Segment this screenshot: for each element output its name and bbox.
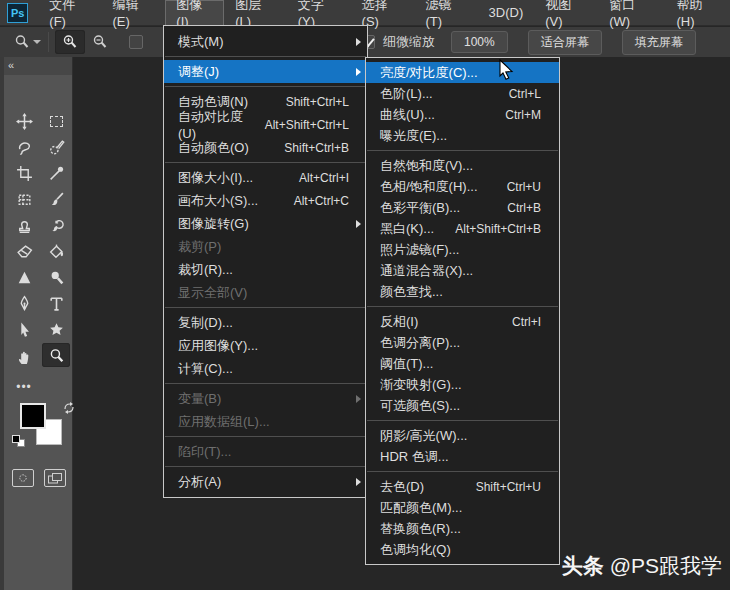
zoom-out-button[interactable] [85, 30, 115, 54]
submenu-item-exposure[interactable]: 曝光度(E)... [366, 125, 559, 146]
menu-separator [367, 471, 558, 472]
menu-item-image-rotation[interactable]: 图像旋转(G) [164, 212, 367, 235]
submenu-item-match-color[interactable]: 匹配颜色(M)... [366, 497, 559, 518]
menu-item-label: HDR 色调... [380, 448, 449, 466]
menubar-item-file[interactable]: 文件(F) [38, 0, 101, 26]
path-selection-tool[interactable] [10, 317, 38, 341]
menubar-item-edit[interactable]: 编辑(E) [101, 0, 165, 26]
menubar-item-layer[interactable]: 图层(L) [224, 0, 286, 26]
custom-shape-tool[interactable] [42, 317, 70, 341]
menu-item-label: 图像大小(I)... [178, 169, 253, 187]
dodge-tool[interactable] [42, 265, 70, 289]
quick-selection-tool[interactable] [42, 135, 70, 159]
zoom-in-button[interactable] [55, 30, 85, 54]
watermark-bold: 头条 [562, 554, 604, 577]
menu-item-label: 裁剪(P) [178, 238, 221, 256]
submenu-item-levels[interactable]: 色阶(L)...Ctrl+L [366, 83, 559, 104]
submenu-item-gradient-map[interactable]: 渐变映射(G)... [366, 374, 559, 395]
submenu-item-posterize[interactable]: 色调分离(P)... [366, 332, 559, 353]
submenu-item-replace-color[interactable]: 替换颜色(R)... [366, 518, 559, 539]
submenu-item-color-balance[interactable]: 色彩平衡(B)...Ctrl+B [366, 197, 559, 218]
menu-item-canvas-size[interactable]: 画布大小(S)...Alt+Ctrl+C [164, 189, 367, 212]
submenu-item-curves[interactable]: 曲线(U)...Ctrl+M [366, 104, 559, 125]
eyedropper-tool[interactable] [42, 161, 70, 185]
default-colors-button[interactable] [12, 435, 27, 448]
clone-stamp-tool[interactable] [10, 213, 38, 237]
menu-item-label: 色调分离(P)... [380, 334, 460, 352]
menu-item-shortcut: Alt+Ctrl+C [284, 194, 349, 208]
submenu-item-hdr-toning[interactable]: HDR 色调... [366, 446, 559, 467]
fit-screen-button[interactable]: 适合屏幕 [528, 30, 602, 55]
menubar-item-type[interactable]: 文字(Y) [287, 0, 351, 26]
menu-item-shortcut: Ctrl+U [497, 180, 541, 194]
screen-mode-button[interactable] [44, 469, 66, 487]
menu-separator [165, 86, 366, 87]
menu-item-label: 渐变映射(G)... [380, 376, 462, 394]
menubar-item-window[interactable]: 窗口(W) [598, 0, 665, 26]
menubar-item-image[interactable]: 图像(I) [165, 0, 224, 26]
menu-item-variables: 变量(B) [164, 387, 367, 410]
submenu-item-color-lookup[interactable]: 颜色查找... [366, 281, 559, 302]
actual-pixels-button[interactable]: 100% [451, 31, 508, 53]
foreground-color-swatch[interactable] [20, 403, 46, 429]
submenu-item-selective-color[interactable]: 可选颜色(S)... [366, 395, 559, 416]
menubar-item-help[interactable]: 帮助(H) [665, 0, 730, 26]
submenu-item-vibrance[interactable]: 自然饱和度(V)... [366, 155, 559, 176]
menu-item-label: 匹配颜色(M)... [380, 499, 462, 517]
image-menu-dropdown: 模式(M) 调整(J) 自动色调(N)Shift+Ctrl+L 自动对比度(U)… [163, 25, 368, 498]
history-brush-tool[interactable] [42, 213, 70, 237]
collapse-panel-button[interactable]: « [4, 57, 72, 75]
menu-item-apply-data-set: 应用数据组(L)... [164, 410, 367, 433]
menu-item-shortcut: Ctrl+M [495, 108, 541, 122]
menu-item-mode[interactable]: 模式(M) [164, 30, 367, 53]
submenu-item-invert[interactable]: 反相(I)Ctrl+I [366, 311, 559, 332]
menu-item-label: 应用数据组(L)... [178, 413, 270, 431]
menubar-item-3d[interactable]: 3D(D) [478, 0, 535, 26]
submenu-arrow-icon [356, 478, 361, 486]
submenu-item-channel-mixer[interactable]: 通道混合器(X)... [366, 260, 559, 281]
submenu-item-equalize[interactable]: 色调均化(Q) [366, 539, 559, 560]
menu-item-adjustments[interactable]: 调整(J) [164, 60, 367, 83]
hand-tool[interactable] [10, 345, 38, 369]
marquee-tool[interactable] [42, 109, 70, 133]
menu-item-calculations[interactable]: 计算(C)... [164, 357, 367, 380]
resize-windows-checkbox[interactable] [129, 35, 143, 49]
submenu-item-photo-filter[interactable]: 照片滤镜(F)... [366, 239, 559, 260]
submenu-item-threshold[interactable]: 阈值(T)... [366, 353, 559, 374]
zoom-tool[interactable] [42, 343, 70, 367]
submenu-item-desaturate[interactable]: 去色(D)Shift+Ctrl+U [366, 476, 559, 497]
submenu-item-brightness-contrast[interactable]: 亮度/对比度(C)... [366, 62, 559, 83]
more-tools-button[interactable]: ••• [10, 375, 38, 399]
menubar-item-view[interactable]: 视图(V) [534, 0, 598, 26]
lasso-tool[interactable] [10, 135, 38, 159]
menu-item-trim[interactable]: 裁切(R)... [164, 258, 367, 281]
submenu-item-shadows-highlights[interactable]: 阴影/高光(W)... [366, 425, 559, 446]
chevron-down-icon [33, 40, 41, 44]
type-tool[interactable] [42, 291, 70, 315]
crop-tool[interactable] [10, 161, 38, 185]
tool-preset-picker[interactable] [12, 30, 42, 54]
zoom-out-icon [92, 34, 108, 50]
menu-item-analysis[interactable]: 分析(A) [164, 470, 367, 493]
fill-screen-button[interactable]: 填充屏幕 [622, 30, 696, 55]
quick-mask-button[interactable] [12, 469, 34, 487]
move-tool[interactable] [10, 109, 38, 133]
submenu-item-black-white[interactable]: 黑白(K)...Alt+Shift+Ctrl+B [366, 218, 559, 239]
sharpen-tool[interactable] [10, 265, 38, 289]
menubar-item-select[interactable]: 选择(S) [351, 0, 415, 26]
paint-bucket-tool[interactable] [42, 239, 70, 263]
menu-item-auto-contrast[interactable]: 自动对比度(U)Alt+Shift+Ctrl+L [164, 113, 367, 136]
menu-item-image-size[interactable]: 图像大小(I)...Alt+Ctrl+I [164, 166, 367, 189]
pen-tool[interactable] [10, 291, 38, 315]
menu-item-duplicate[interactable]: 复制(D)... [164, 311, 367, 334]
menu-item-label: 画布大小(S)... [178, 192, 258, 210]
healing-brush-tool[interactable] [10, 187, 38, 211]
menu-item-label: 黑白(K)... [380, 220, 434, 238]
menu-item-apply-image[interactable]: 应用图像(Y)... [164, 334, 367, 357]
menubar-item-filter[interactable]: 滤镜(T) [414, 0, 477, 26]
eraser-tool[interactable] [10, 239, 38, 263]
menu-item-auto-color[interactable]: 自动颜色(O)Shift+Ctrl+B [164, 136, 367, 159]
swap-colors-icon[interactable] [62, 401, 76, 418]
submenu-item-hue-saturation[interactable]: 色相/饱和度(H)...Ctrl+U [366, 176, 559, 197]
brush-tool[interactable] [42, 187, 70, 211]
